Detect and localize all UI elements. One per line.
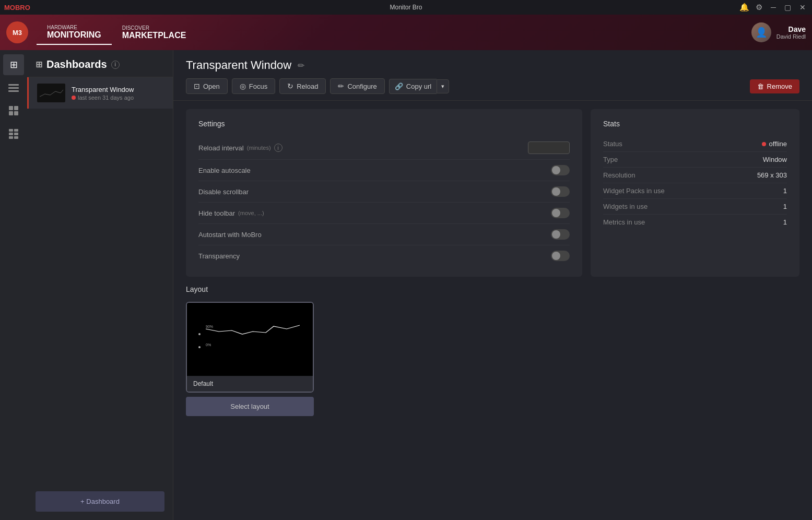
user-avatar: 👤: [751, 22, 771, 42]
setting-autoscale: Enable autoscale: [198, 160, 570, 181]
stat-widget-packs-label: Widget Packs in use: [603, 187, 665, 195]
user-sub-name: David Riedl: [776, 33, 806, 40]
close-button[interactable]: ✕: [797, 3, 808, 11]
hide-toolbar-sub: (move, ...): [238, 210, 264, 216]
panels-row: Settings Reload interval (minutes) i Ena…: [173, 101, 812, 285]
dashboard-item[interactable]: Transparent Window last seen 31 days ago: [27, 77, 173, 109]
edit-icon[interactable]: ✏: [298, 61, 304, 70]
app-logo-circle: M3: [6, 21, 28, 43]
reload-interval-input[interactable]: [528, 141, 570, 154]
topnav: M3 Hardware MONITORING Discover MARKETPL…: [0, 15, 812, 50]
nav-marketplace[interactable]: Discover MARKETPLACE: [112, 21, 197, 44]
scrollbar-toggle[interactable]: [551, 186, 570, 197]
minimize-button[interactable]: ─: [769, 3, 778, 11]
offline-dot: [762, 142, 766, 146]
sidebar-item-extras[interactable]: [3, 123, 24, 144]
main-content: Transparent Window ✏ ⊡ Open ◎ Focus ↻ Re…: [173, 50, 812, 520]
stat-type: Type Window: [603, 152, 787, 168]
select-layout-button[interactable]: Select layout: [186, 397, 314, 416]
copy-url-label: Copy url: [406, 82, 431, 90]
app-title: Monitor Bro: [390, 4, 422, 11]
focus-button[interactable]: ◎ Focus: [232, 78, 275, 94]
settings-icon[interactable]: ⚙: [756, 3, 762, 12]
copy-url-dropdown-button[interactable]: ▾: [437, 79, 449, 93]
svg-text:90%: 90%: [206, 325, 213, 328]
reload-interval-sub: (minutes): [247, 145, 271, 151]
open-label: Open: [203, 82, 220, 90]
copy-url-group: 🔗 Copy url ▾: [389, 79, 449, 94]
marketplace-main-label: MARKETPLACE: [122, 31, 186, 40]
dashboards-label: Dashboards: [46, 58, 107, 70]
window-controls: ─ ▢ ✕: [769, 3, 808, 11]
layout-section: Layout 90% 0% Default: [173, 285, 812, 429]
topnav-right: 👤 Dave David Riedl: [751, 22, 806, 42]
hide-toolbar-label: Hide toolbar (move, ...): [198, 209, 264, 217]
content-header: Transparent Window ✏: [173, 50, 812, 72]
dashboard-name: Transparent Window: [72, 86, 164, 93]
add-dashboard-button[interactable]: + Dashboard: [36, 491, 164, 512]
svg-rect-2: [8, 90, 19, 92]
svg-rect-8: [14, 129, 18, 132]
sidebar-item-dashboards[interactable]: ⊞: [3, 54, 24, 75]
setting-autostart: Autostart with MoBro: [198, 224, 570, 245]
status-text: last seen 31 days ago: [78, 94, 134, 101]
svg-rect-7: [9, 129, 13, 132]
layout-preview: 90% 0%: [187, 303, 313, 376]
trash-icon: 🗑: [757, 82, 764, 90]
left-panel: ⊞ Dashboards i Transparent Window last s…: [27, 50, 173, 520]
configure-icon: ✏: [338, 82, 344, 90]
svg-rect-6: [14, 111, 18, 115]
left-panel-header: ⊞ Dashboards i: [27, 50, 173, 77]
sidebar-item-layers[interactable]: [3, 77, 24, 98]
reload-button[interactable]: ↻ Reload: [279, 78, 326, 94]
stat-resolution-label: Resolution: [603, 171, 635, 179]
settings-panel: Settings Reload interval (minutes) i Ena…: [186, 109, 582, 277]
stat-resolution-value: 569 x 303: [757, 171, 787, 179]
nav-monitoring[interactable]: Hardware MONITORING: [37, 20, 112, 45]
copy-url-button[interactable]: 🔗 Copy url: [389, 79, 437, 94]
dashboards-grid-icon: ⊞: [36, 60, 42, 69]
setting-scrollbar: Disable scrollbar: [198, 181, 570, 203]
open-button[interactable]: ⊡ Open: [186, 78, 228, 94]
svg-point-16: [198, 346, 201, 348]
stat-widgets: Widgets in use 1: [603, 199, 787, 215]
layout-card-label: Default: [187, 376, 313, 392]
dashboards-info-icon[interactable]: i: [111, 61, 120, 69]
svg-point-15: [198, 333, 201, 335]
transparency-toggle[interactable]: [551, 251, 570, 261]
stat-metrics-value: 1: [783, 218, 787, 226]
toolbar: ⊡ Open ◎ Focus ↻ Reload ✏ Configure 🔗 Co…: [173, 72, 812, 101]
remove-button[interactable]: 🗑 Remove: [750, 79, 799, 93]
setting-transparency: Transparency: [198, 245, 570, 266]
stat-metrics-label: Metrics in use: [603, 218, 645, 226]
sidebar-item-widgets[interactable]: [3, 100, 24, 121]
svg-rect-3: [9, 106, 13, 110]
app-logo: MOBRO: [4, 4, 30, 11]
configure-button[interactable]: ✏ Configure: [330, 78, 384, 94]
titlebar: MOBRO Monitor Bro 🔔 ⚙ ─ ▢ ✕: [0, 0, 812, 15]
user-info: Dave David Riedl: [776, 25, 806, 40]
reload-label: Reload: [297, 82, 318, 90]
svg-rect-0: [8, 84, 19, 86]
stat-status: Status offline: [603, 136, 787, 152]
svg-rect-12: [14, 136, 18, 139]
svg-rect-10: [14, 133, 18, 135]
svg-text:0%: 0%: [206, 343, 211, 347]
user-name: Dave: [776, 25, 806, 33]
autostart-toggle[interactable]: [551, 229, 570, 240]
main-layout: ⊞ ⊞ Dashboards i Transparent Window: [0, 50, 812, 520]
topnav-left: M3 Hardware MONITORING Discover MARKETPL…: [6, 20, 196, 45]
panel-title: ⊞ Dashboards i: [36, 58, 120, 70]
dashboard-info: Transparent Window last seen 31 days ago: [72, 86, 164, 101]
autostart-label: Autostart with MoBro: [198, 231, 262, 239]
maximize-button[interactable]: ▢: [782, 3, 793, 11]
autoscale-toggle[interactable]: [551, 165, 570, 175]
settings-title: Settings: [198, 120, 570, 128]
scrollbar-label: Disable scrollbar: [198, 188, 249, 196]
reload-info-icon[interactable]: i: [274, 144, 283, 152]
svg-rect-11: [9, 136, 13, 139]
notification-icon[interactable]: 🔔: [739, 3, 749, 12]
dashboard-status: last seen 31 days ago: [72, 94, 164, 101]
layout-card-default[interactable]: 90% 0% Default: [186, 302, 314, 393]
hide-toolbar-toggle[interactable]: [551, 208, 570, 218]
